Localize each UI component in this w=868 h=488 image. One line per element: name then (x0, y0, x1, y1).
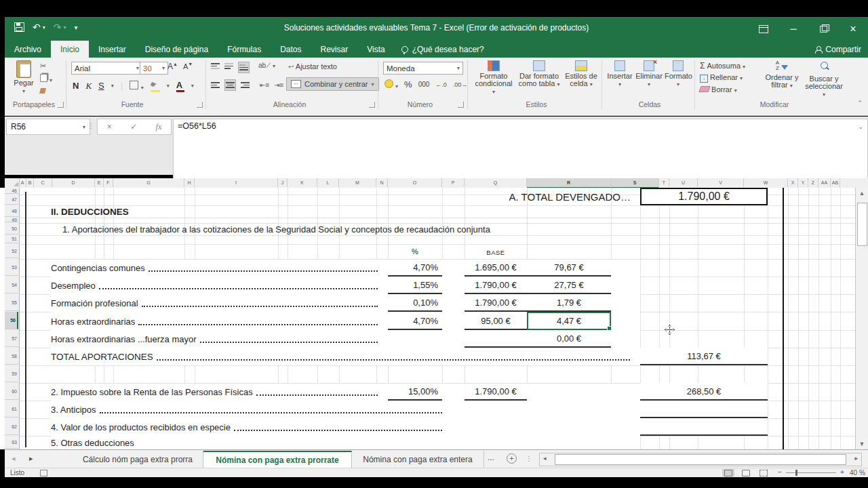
align-right-icon[interactable] (241, 81, 250, 89)
align-top-icon[interactable] (211, 62, 220, 73)
shrink-font-button[interactable]: A▼ (183, 62, 193, 70)
column-header-A[interactable]: A (19, 178, 26, 187)
cell-formacion-pct[interactable]: 0,10% (388, 294, 442, 312)
zoom-level[interactable]: 40 % (850, 469, 865, 476)
row-header-61[interactable]: 61 (5, 401, 18, 418)
cell-otras-label[interactable]: 5. Otras deducciones (51, 436, 134, 449)
align-left-icon[interactable] (211, 81, 220, 89)
cell-pct-header[interactable]: % (388, 245, 442, 259)
column-header-R[interactable]: R (527, 178, 611, 188)
align-center-icon[interactable] (224, 79, 236, 91)
row-header-63[interactable]: 63 (5, 436, 18, 449)
number-format-select[interactable]: Moneda▾ (383, 62, 463, 75)
row-horas-extra-label[interactable]: Horas extraordinarias (51, 312, 380, 330)
sheet-nav-right-icon[interactable]: ▸ (29, 454, 33, 463)
column-header-X[interactable]: X (788, 178, 798, 187)
borders-button[interactable]: ▾ (130, 81, 144, 92)
tab-datos[interactable]: Datos (271, 41, 311, 58)
row-header-52[interactable]: 52 (5, 244, 18, 258)
accounting-format-button[interactable]: ▾ (384, 79, 398, 89)
column-header-D[interactable]: D (52, 178, 95, 187)
format-as-table-button[interactable]: Dar formato como tabla ▾ (517, 60, 561, 88)
column-header-AB[interactable]: AB (831, 178, 840, 187)
cut-button[interactable]: ✂ (40, 62, 52, 70)
font-name-select[interactable]: Arial▾ (71, 62, 142, 75)
cell-horas-extra-base[interactable]: 95,00 € (465, 312, 527, 330)
increase-decimal-button[interactable]: ←.0 (435, 81, 447, 88)
vertical-scroll-thumb[interactable] (857, 203, 867, 246)
cell-desempleo-amount[interactable]: 27,75 € (527, 277, 611, 294)
row-irpf-label[interactable]: 2. Impuesto sobre la Renta de las Person… (51, 383, 380, 401)
column-header-Y[interactable]: Y (798, 178, 808, 187)
select-all-corner[interactable] (5, 178, 20, 187)
restore-button[interactable] (808, 17, 838, 41)
column-header-C[interactable]: C (34, 178, 52, 187)
formula-input[interactable]: =O56*L56 ⌄ (173, 119, 868, 180)
view-page-layout-icon[interactable] (740, 469, 752, 476)
cell-subsection[interactable]: 1. Aportaciones del trabajador a las cot… (62, 224, 490, 236)
column-header-AA[interactable]: AA (818, 178, 831, 187)
copy-button[interactable]: ▾ (40, 74, 52, 83)
row-header-57[interactable]: 57 (5, 330, 18, 347)
row-header-51[interactable]: 51 (5, 235, 18, 243)
cell-contingencias-pct[interactable]: 4,70% (388, 259, 442, 277)
row-especie-label[interactable]: 4. Valor de los productos recibidos en e… (51, 418, 444, 436)
tab-diseno-de-pagina[interactable]: Diseño de página (136, 41, 218, 58)
cell-irpf-pct[interactable]: 15,00% (388, 383, 442, 401)
cell-total-devengado-label[interactable]: A. TOTAL DEVENGADO… (407, 189, 631, 205)
column-header-T[interactable]: T (659, 178, 669, 187)
scroll-right-icon[interactable]: ▸ (854, 455, 858, 462)
view-normal-icon[interactable] (722, 469, 734, 476)
tab-revisar[interactable]: Revisar (311, 41, 358, 58)
insert-cells-button[interactable]: Insertar▾ (607, 60, 633, 88)
column-header-K[interactable]: K (288, 178, 317, 187)
dialog-launcher-icon[interactable] (58, 102, 64, 108)
column-header-F[interactable]: F (104, 178, 113, 187)
sort-filter-button[interactable]: AZ Ordenar y filtrar ▾ (763, 60, 801, 89)
cell-base-header[interactable]: BASE (465, 246, 527, 259)
zoom-out-icon[interactable]: − (778, 468, 782, 476)
column-header-P[interactable]: P (442, 178, 465, 187)
column-header-S[interactable]: S (611, 178, 659, 188)
column-header-W[interactable]: W (744, 178, 788, 187)
share-button[interactable]: Compartir (815, 41, 861, 58)
vertical-scrollbar[interactable]: ▲ ▼ (855, 188, 868, 449)
delete-cells-button[interactable]: × Eliminar▾ (635, 60, 663, 88)
insert-function-icon[interactable]: fx (156, 122, 162, 132)
clear-button[interactable]: Borrar ▾ (700, 85, 745, 94)
cell-formacion-base[interactable]: 1.790,00 € (465, 294, 527, 312)
merge-center-button[interactable]: ↔ Combinar y centrar▾ (286, 77, 379, 91)
cell-styles-button[interactable]: Estilos de celda ▾ (564, 60, 599, 88)
sheet-tab-calculo[interactable]: Cálculo nóm paga extra prorra (73, 451, 203, 468)
cell-irpf-value[interactable]: 268,50 € (640, 383, 768, 401)
paste-button[interactable]: Pegar▾ (10, 60, 37, 95)
close-button[interactable]: × (838, 17, 868, 41)
cell-total-aportaciones-value[interactable]: 113,67 € (640, 348, 768, 365)
row-anticipos-label[interactable]: 3. Anticipos (51, 401, 444, 418)
column-header-E[interactable]: E (95, 178, 104, 187)
column-header-O[interactable]: O (388, 178, 442, 187)
row-total-aportaciones-label[interactable]: TOTAL APORTACIONES (51, 348, 632, 365)
format-cells-button[interactable]: Formato▾ (665, 60, 692, 88)
cell-formacion-amount[interactable]: 1,79 € (527, 294, 611, 312)
column-header-J[interactable]: J (278, 178, 288, 187)
row-header-50[interactable]: 50 (5, 223, 18, 235)
orientation-button[interactable]: ab⟋ ▾ (258, 62, 275, 73)
row-header-46[interactable]: 46 (5, 188, 18, 194)
tell-me-box[interactable]: ¿Qué desea hacer? (395, 41, 491, 58)
cell-desempleo-pct[interactable]: 1,55% (388, 277, 442, 294)
cancel-entry-icon[interactable]: × (107, 122, 112, 131)
comma-style-button[interactable]: 000 (418, 81, 430, 88)
cell-anticipos-value[interactable] (640, 401, 768, 418)
tab-insertar[interactable]: Insertar (89, 41, 136, 58)
format-painter-button[interactable] (40, 87, 52, 95)
scroll-down-icon[interactable]: ▼ (856, 441, 868, 447)
row-header-55[interactable]: 55 (5, 294, 18, 311)
row-header-53[interactable]: 53 (5, 259, 18, 276)
row-fuerza-mayor-label[interactable]: Horas extraordinarias ...fuerza mayor (51, 330, 380, 348)
grow-font-button[interactable]: A▲ (167, 62, 178, 71)
horizontal-scroll-thumb[interactable] (555, 454, 846, 465)
scroll-left-icon[interactable]: ◂ (543, 455, 547, 462)
row-header-58[interactable]: 58 (5, 348, 18, 365)
tab-inicio[interactable]: Inicio (51, 41, 89, 58)
